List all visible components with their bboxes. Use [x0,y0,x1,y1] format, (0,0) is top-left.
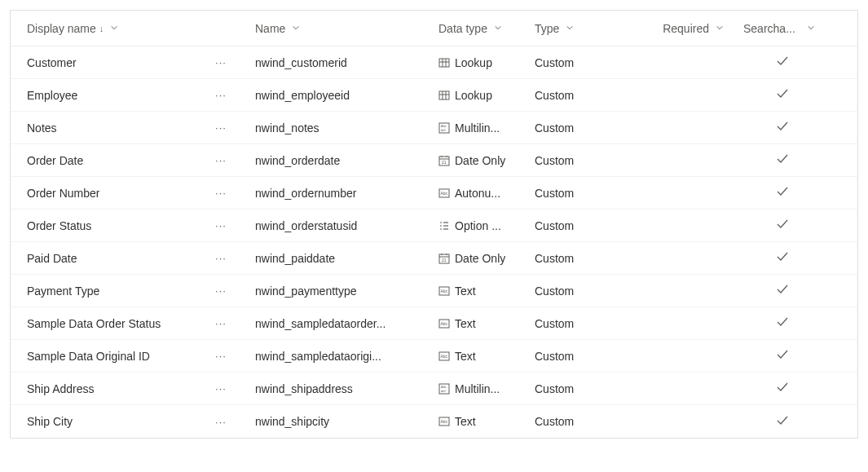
cell-searchable [734,186,831,200]
cell-searchable [734,55,831,69]
name-text: nwind_notes [255,121,319,135]
fields-table: Display name ↓ Name Data type [10,10,858,439]
name-text: nwind_customerid [255,56,347,69]
type-text: Custom [535,415,574,428]
cell-data-type: Lookup [429,56,525,69]
cell-display-name[interactable]: Customer [11,56,196,69]
cell-more-actions[interactable]: ··· [196,285,245,297]
cell-display-name[interactable]: Notes [11,121,196,135]
lookup-icon [438,90,450,101]
more-horizontal-icon[interactable]: ··· [215,382,227,395]
cell-display-name[interactable]: Paid Date [11,252,196,265]
check-icon [776,251,789,265]
cell-name: nwind_employeeid [245,89,429,102]
check-icon [776,284,789,298]
more-horizontal-icon[interactable]: ··· [215,187,227,199]
more-horizontal-icon[interactable]: ··· [215,285,227,297]
table-row[interactable]: Sample Data Original ID ··· nwind_sample… [11,340,857,373]
cell-type: Custom [525,350,629,363]
header-searchable[interactable]: Searcha... [734,22,831,35]
date-icon [438,253,450,264]
header-label: Type [535,22,559,35]
multiline-icon [438,383,450,395]
more-horizontal-icon[interactable]: ··· [215,416,227,428]
name-text: nwind_orderstatusid [255,219,357,232]
text-icon [438,318,450,329]
datatype-text: Text [455,317,476,330]
cell-type: Custom [525,382,629,395]
cell-display-name[interactable]: Ship City [11,415,196,428]
header-type[interactable]: Type [525,22,629,35]
more-horizontal-icon[interactable]: ··· [215,252,227,264]
cell-more-actions[interactable]: ··· [196,187,245,199]
cell-more-actions[interactable]: ··· [196,317,245,329]
more-horizontal-icon[interactable]: ··· [215,350,227,362]
type-text: Custom [535,382,574,395]
table-row[interactable]: Ship Address ··· nwind_shipaddress Multi… [11,373,857,405]
cell-display-name[interactable]: Ship Address [11,382,196,395]
table-row[interactable]: Order Status ··· nwind_orderstatusid Opt… [11,210,857,242]
check-icon [776,55,789,69]
cell-more-actions[interactable]: ··· [196,121,245,134]
table-row[interactable]: Employee ··· nwind_employeeid Lookup Cus… [11,79,857,112]
table-row[interactable]: Paid Date ··· nwind_paiddate Date Only C… [11,242,857,275]
name-text: nwind_sampledataorder... [255,317,386,330]
header-name[interactable]: Name [245,22,429,35]
table-row[interactable]: Order Date ··· nwind_orderdate Date Only… [11,144,857,177]
table-row[interactable]: Order Number ··· nwind_ordernumber Auton… [11,177,857,210]
cell-more-actions[interactable]: ··· [196,252,245,264]
more-horizontal-icon[interactable]: ··· [215,121,227,134]
lookup-icon [438,57,450,68]
header-required[interactable]: Required [629,22,734,35]
display-name-text: Sample Data Original ID [27,350,150,363]
datatype-text: Text [455,415,476,428]
cell-data-type: Text [429,285,525,298]
cell-data-type: Text [429,317,525,330]
more-horizontal-icon[interactable]: ··· [215,89,227,101]
cell-display-name[interactable]: Sample Data Original ID [11,350,196,363]
datatype-text: Multilin... [455,121,500,135]
display-name-text: Order Status [27,219,91,232]
more-horizontal-icon[interactable]: ··· [215,317,227,329]
table-row[interactable]: Notes ··· nwind_notes Multilin... Custom [11,112,857,144]
table-row[interactable]: Ship City ··· nwind_shipcity Text Custom [11,405,857,438]
more-horizontal-icon[interactable]: ··· [215,219,227,232]
cell-more-actions[interactable]: ··· [196,382,245,395]
type-text: Custom [535,154,574,167]
cell-data-type: Multilin... [429,121,525,135]
cell-name: nwind_sampledataorder... [245,317,429,330]
datatype-text: Lookup [455,89,492,102]
display-name-text: Ship Address [27,382,95,395]
display-name-text: Sample Data Order Status [27,317,161,330]
cell-display-name[interactable]: Order Number [11,187,196,200]
cell-more-actions[interactable]: ··· [196,154,245,166]
chevron-down-icon [807,24,815,33]
display-name-text: Paid Date [27,252,77,265]
cell-searchable [734,153,831,167]
check-icon [776,218,789,232]
cell-more-actions[interactable]: ··· [196,350,245,362]
table-row[interactable]: Customer ··· nwind_customerid Lookup Cus… [11,46,857,79]
cell-display-name[interactable]: Payment Type [11,285,196,298]
cell-type: Custom [525,56,629,69]
cell-display-name[interactable]: Order Date [11,154,196,167]
cell-display-name[interactable]: Sample Data Order Status [11,317,196,330]
table-row[interactable]: Sample Data Order Status ··· nwind_sampl… [11,307,857,340]
cell-display-name[interactable]: Employee [11,89,196,102]
header-data-type[interactable]: Data type [429,22,525,35]
more-horizontal-icon[interactable]: ··· [215,154,227,166]
table-row[interactable]: Payment Type ··· nwind_paymenttype Text … [11,275,857,307]
type-text: Custom [535,317,574,330]
more-horizontal-icon[interactable]: ··· [215,56,227,68]
cell-more-actions[interactable]: ··· [196,416,245,428]
cell-more-actions[interactable]: ··· [196,219,245,232]
text-icon [438,351,450,362]
header-display-name[interactable]: Display name ↓ [11,22,196,35]
cell-more-actions[interactable]: ··· [196,56,245,68]
table-header-row: Display name ↓ Name Data type [11,11,857,46]
cell-more-actions[interactable]: ··· [196,89,245,101]
display-name-text: Order Date [27,154,83,167]
cell-display-name[interactable]: Order Status [11,219,196,232]
cell-data-type: Lookup [429,89,525,102]
check-icon [776,121,789,135]
